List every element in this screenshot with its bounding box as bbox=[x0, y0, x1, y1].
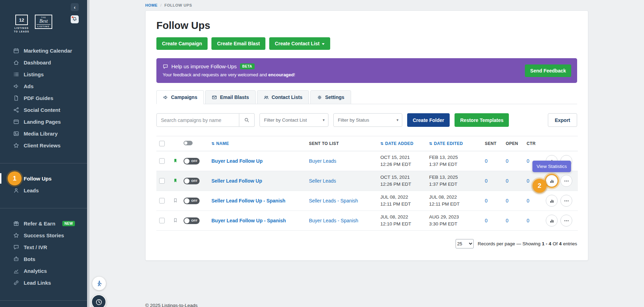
contact-list-link[interactable]: Buyer Leads - Spanish bbox=[309, 218, 358, 223]
create-contact-list-label: Create Contact List bbox=[275, 41, 319, 46]
row-checkbox[interactable] bbox=[159, 178, 165, 184]
filter-status-select[interactable]: Filter by Status▾ bbox=[333, 113, 402, 127]
campaign-active-toggle[interactable]: OFF bbox=[184, 158, 200, 164]
bookmark-icon[interactable] bbox=[173, 217, 178, 223]
row-more-actions-button[interactable] bbox=[560, 175, 572, 187]
sort-icon: ⇅ bbox=[380, 141, 384, 146]
list-icon bbox=[13, 71, 19, 77]
row-checkbox[interactable] bbox=[159, 218, 165, 223]
contact-list-link[interactable]: Seller Leads - Spanish bbox=[309, 198, 358, 204]
sidebar-item-label: Lead Links bbox=[24, 280, 51, 286]
chevron-down-icon bbox=[322, 43, 325, 45]
time-edited: 3:30 PM EDT bbox=[429, 221, 479, 228]
campaign-active-toggle[interactable]: OFF bbox=[184, 217, 200, 224]
view-statistics-button[interactable] bbox=[546, 215, 558, 227]
search-input[interactable] bbox=[156, 113, 239, 127]
open-count-link[interactable]: 0 bbox=[506, 198, 509, 204]
sidebar-item-leads[interactable]: Leads bbox=[0, 184, 87, 196]
campaign-name-link[interactable]: Seller Lead Follow Up - Spanish bbox=[211, 198, 285, 204]
search-button[interactable] bbox=[239, 113, 255, 127]
send-feedback-button[interactable]: Send Feedback bbox=[525, 64, 571, 77]
create-folder-button[interactable]: Create Folder bbox=[407, 113, 450, 127]
brand-logos[interactable]: 12 LISTINGSTO LEADS THE Best LISTING bbox=[13, 15, 52, 34]
tab-campaigns[interactable]: Campaigns bbox=[156, 90, 204, 104]
restore-templates-button[interactable]: Restore Templates bbox=[455, 113, 509, 127]
sidebar-item-media-library[interactable]: Media Library bbox=[0, 128, 87, 139]
contact-list-link[interactable]: Buyer Leads bbox=[309, 158, 336, 164]
ctr-count-link[interactable]: 0 bbox=[527, 198, 529, 204]
bookmark-icon[interactable] bbox=[173, 158, 178, 163]
ctr-count-link[interactable]: 0 bbox=[527, 158, 529, 164]
breadcrumb-home-link[interactable]: HOME bbox=[145, 3, 157, 7]
ctr-count-link[interactable]: 0 bbox=[527, 218, 529, 223]
row-checkbox[interactable] bbox=[159, 198, 165, 204]
campaign-active-toggle[interactable]: OFF bbox=[184, 178, 200, 184]
view-statistics-button[interactable] bbox=[546, 175, 558, 187]
contact-list-link[interactable]: Seller Leads bbox=[309, 178, 336, 184]
sort-by-name-header[interactable]: ⇅NAME bbox=[209, 136, 306, 151]
sidebar-item-label: Success Stories bbox=[24, 232, 64, 238]
ctr-count-link[interactable]: 0 bbox=[527, 178, 529, 184]
sidebar-item-ads[interactable]: Ads bbox=[0, 80, 87, 92]
sent-count-link[interactable]: 0 bbox=[485, 158, 488, 164]
sidebar-item-analytics[interactable]: Analytics bbox=[0, 265, 87, 277]
sidebar-item-success-stories[interactable]: Success Stories bbox=[0, 229, 87, 241]
create-email-blast-button[interactable]: Create Email Blast bbox=[211, 37, 265, 50]
records-per-page-select[interactable]: 25 bbox=[456, 239, 474, 248]
filter-contact-list-select[interactable]: Filter by Contact List▾ bbox=[259, 113, 328, 127]
create-campaign-button[interactable]: Create Campaign bbox=[156, 37, 208, 50]
bookmark-icon[interactable] bbox=[173, 178, 178, 183]
banner-message-end: ! bbox=[294, 72, 295, 77]
date-added: JUL 08, 2022 bbox=[380, 194, 424, 201]
sent-count-link[interactable]: 0 bbox=[485, 198, 488, 204]
entries-label: entries bbox=[563, 241, 577, 246]
sidebar-item-client-reviews[interactable]: Client Reviews bbox=[0, 139, 87, 151]
follow-ups-card: Follow Ups Create Campaign Create Email … bbox=[145, 10, 588, 261]
night-mode-clock-button[interactable] bbox=[91, 294, 106, 307]
sidebar-item-listings[interactable]: Listings bbox=[0, 68, 87, 80]
sidebar-item-text-ivr[interactable]: Text / IVR bbox=[0, 241, 87, 253]
tab-settings[interactable]: Settings bbox=[310, 90, 351, 104]
create-contact-list-button[interactable]: Create Contact List bbox=[269, 37, 330, 50]
sidebar-item-social-content[interactable]: Social Content bbox=[0, 104, 87, 116]
sort-by-date-edited-header[interactable]: ⇅DATE EDITED bbox=[426, 136, 482, 151]
campaign-name-link[interactable]: Buyer Lead Follow Up bbox=[211, 158, 263, 164]
person-icon bbox=[13, 187, 19, 193]
sort-by-date-added-header[interactable]: ⇅DATE ADDED bbox=[378, 136, 426, 151]
sidebar-item-lead-links[interactable]: Lead Links bbox=[0, 277, 87, 289]
notifications-button[interactable] bbox=[71, 15, 79, 23]
row-more-actions-button[interactable] bbox=[560, 215, 572, 227]
banner-message: Your feedback and requests are very welc… bbox=[163, 72, 571, 77]
sidebar-scrollbar[interactable] bbox=[87, 0, 90, 307]
showing-range: 1 - 4 bbox=[542, 241, 551, 246]
sidebar-item-landing-pages[interactable]: Landing Pages bbox=[0, 116, 87, 128]
row-checkbox[interactable] bbox=[159, 158, 165, 164]
breadcrumb-separator: / bbox=[160, 3, 162, 7]
open-count-link[interactable]: 0 bbox=[506, 158, 509, 164]
bookmark-icon[interactable] bbox=[173, 198, 178, 203]
sent-count-link[interactable]: 0 bbox=[485, 178, 488, 184]
tab-contact-lists[interactable]: Contact Lists bbox=[257, 90, 309, 104]
accessibility-button[interactable] bbox=[92, 277, 106, 290]
campaign-name-link[interactable]: Buyer Lead Follow Up - Spanish bbox=[211, 218, 286, 223]
sidebar-item-dashboard[interactable]: Dashboard bbox=[0, 56, 87, 68]
sent-count-link[interactable]: 0 bbox=[485, 218, 488, 223]
sidebar-item-follow-ups[interactable]: Follow Ups 1 bbox=[0, 172, 87, 184]
sidebar-item-label: Leads bbox=[24, 187, 39, 193]
row-more-actions-button[interactable] bbox=[560, 195, 572, 207]
campaign-active-toggle[interactable]: OFF bbox=[184, 198, 200, 204]
sidebar-item-pdf-guides[interactable]: PDF Guides bbox=[0, 92, 87, 104]
open-count-link[interactable]: 0 bbox=[506, 218, 509, 223]
ctr-header: CTR bbox=[524, 136, 543, 151]
tab-email-blasts[interactable]: Email Blasts bbox=[205, 90, 255, 104]
sidebar-collapse-button[interactable]: ‹ bbox=[71, 3, 79, 11]
campaign-name-link[interactable]: Seller Lead Follow Up bbox=[211, 178, 262, 184]
view-statistics-button[interactable] bbox=[546, 195, 558, 207]
sidebar-item-bots[interactable]: Bots bbox=[0, 253, 87, 265]
sidebar-item-refer-and-earn[interactable]: Refer & Earn NEW bbox=[0, 217, 87, 229]
time-edited: 1:37 PM EDT bbox=[429, 181, 479, 188]
export-button[interactable]: Export bbox=[548, 113, 577, 127]
open-count-link[interactable]: 0 bbox=[506, 178, 509, 184]
sidebar-item-marketing-calendar[interactable]: Marketing Calendar bbox=[0, 45, 87, 56]
select-all-checkbox[interactable] bbox=[159, 141, 165, 146]
